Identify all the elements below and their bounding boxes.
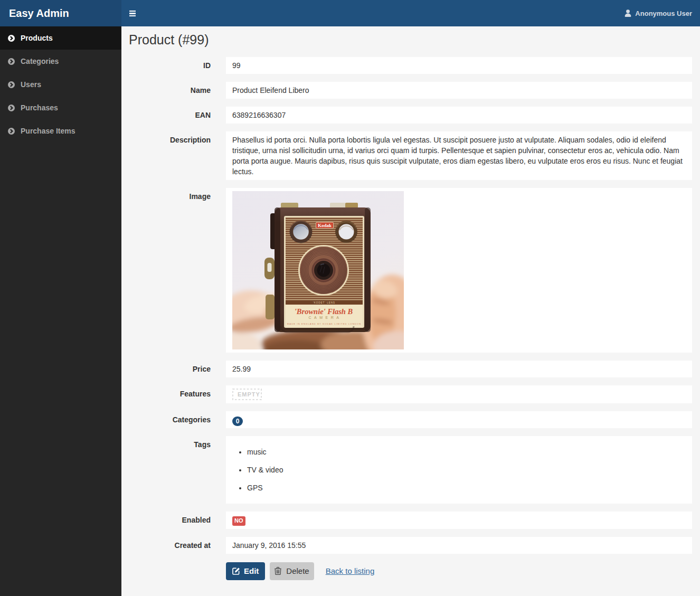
svg-text:'KODET' LENS: 'KODET' LENS	[313, 301, 335, 304]
svg-text:MADE IN ENGLAND BY KODAK LIMIT: MADE IN ENGLAND BY KODAK LIMITED LONDON	[287, 323, 362, 325]
svg-text:CAMERA: CAMERA	[309, 316, 342, 319]
svg-text:Kodak: Kodak	[318, 223, 332, 228]
svg-text:'Brownie' Flash B: 'Brownie' Flash B	[295, 307, 353, 316]
